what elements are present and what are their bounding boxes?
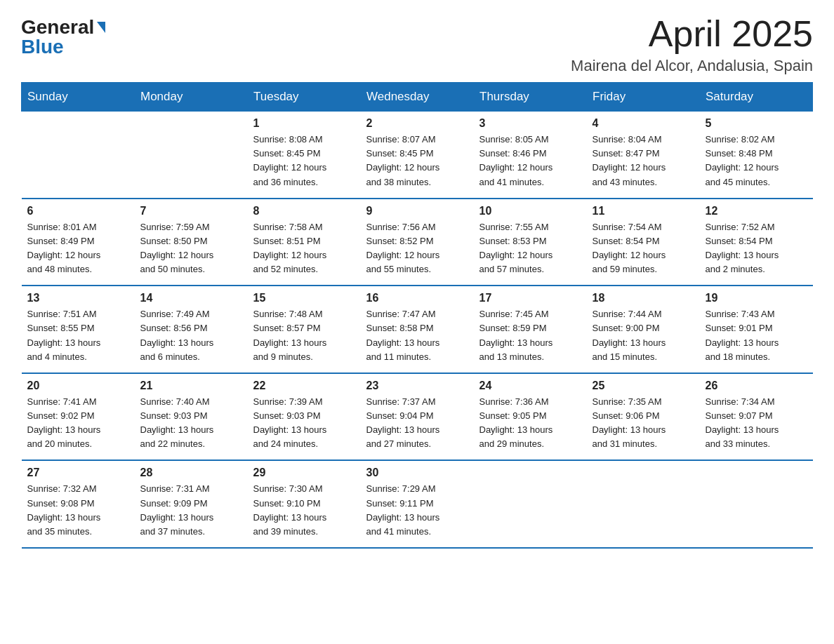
day-info: Sunrise: 7:31 AMSunset: 9:09 PMDaylight:…: [140, 482, 242, 539]
calendar-cell: 12Sunrise: 7:52 AMSunset: 8:54 PMDayligh…: [700, 199, 813, 286]
day-number: 14: [140, 292, 242, 304]
day-number: 1: [253, 117, 355, 130]
calendar-cell: 28Sunrise: 7:31 AMSunset: 9:09 PMDayligh…: [135, 460, 248, 548]
day-info: Sunrise: 7:51 AMSunset: 8:55 PMDaylight:…: [27, 307, 129, 364]
day-info: Sunrise: 7:56 AMSunset: 8:52 PMDaylight:…: [366, 220, 468, 277]
calendar-table: SundayMondayTuesdayWednesdayThursdayFrid…: [21, 82, 813, 549]
calendar-cell: 17Sunrise: 7:45 AMSunset: 8:59 PMDayligh…: [474, 286, 587, 373]
day-number: 5: [706, 117, 807, 130]
month-title: April 2025: [571, 14, 813, 54]
logo-arrow-icon: [97, 22, 105, 33]
day-info: Sunrise: 7:55 AMSunset: 8:53 PMDaylight:…: [479, 220, 581, 277]
day-number: 2: [366, 117, 468, 130]
logo-blue-text: Blue: [21, 37, 64, 57]
day-number: 26: [706, 380, 807, 392]
day-number: 17: [479, 292, 581, 304]
day-info: Sunrise: 7:35 AMSunset: 9:06 PMDaylight:…: [593, 395, 694, 452]
weekday-header: Saturday: [700, 83, 813, 112]
day-number: 6: [27, 205, 129, 217]
weekday-header: Tuesday: [248, 83, 361, 112]
weekday-header: Thursday: [474, 83, 587, 112]
weekday-header: Wednesday: [361, 83, 474, 112]
day-number: 16: [366, 292, 468, 304]
day-number: 24: [479, 380, 581, 392]
calendar-cell: 8Sunrise: 7:58 AMSunset: 8:51 PMDaylight…: [248, 199, 361, 286]
calendar-cell: 6Sunrise: 8:01 AMSunset: 8:49 PMDaylight…: [22, 199, 135, 286]
day-info: Sunrise: 8:01 AMSunset: 8:49 PMDaylight:…: [27, 220, 129, 277]
calendar-cell: 29Sunrise: 7:30 AMSunset: 9:10 PMDayligh…: [248, 460, 361, 548]
calendar-cell: 9Sunrise: 7:56 AMSunset: 8:52 PMDaylight…: [361, 199, 474, 286]
calendar-cell: 7Sunrise: 7:59 AMSunset: 8:50 PMDaylight…: [135, 199, 248, 286]
calendar-cell: 1Sunrise: 8:08 AMSunset: 8:45 PMDaylight…: [248, 112, 361, 199]
calendar-cell: 4Sunrise: 8:04 AMSunset: 8:47 PMDaylight…: [587, 112, 700, 199]
calendar-cell: [22, 112, 135, 199]
day-info: Sunrise: 8:08 AMSunset: 8:45 PMDaylight:…: [253, 133, 355, 189]
calendar-cell: [700, 460, 813, 548]
title-block: April 2025 Mairena del Alcor, Andalusia,…: [571, 14, 813, 75]
calendar-cell: 15Sunrise: 7:48 AMSunset: 8:57 PMDayligh…: [248, 286, 361, 373]
location-title: Mairena del Alcor, Andalusia, Spain: [571, 57, 813, 75]
calendar-cell: 30Sunrise: 7:29 AMSunset: 9:11 PMDayligh…: [361, 460, 474, 548]
day-info: Sunrise: 7:59 AMSunset: 8:50 PMDaylight:…: [140, 220, 242, 277]
calendar-week-row: 13Sunrise: 7:51 AMSunset: 8:55 PMDayligh…: [22, 286, 813, 373]
calendar-cell: [135, 112, 248, 199]
day-info: Sunrise: 7:30 AMSunset: 9:10 PMDaylight:…: [253, 482, 355, 539]
day-number: 8: [253, 205, 355, 217]
calendar-cell: 25Sunrise: 7:35 AMSunset: 9:06 PMDayligh…: [587, 373, 700, 461]
calendar-cell: 18Sunrise: 7:44 AMSunset: 9:00 PMDayligh…: [587, 286, 700, 373]
calendar-cell: 27Sunrise: 7:32 AMSunset: 9:08 PMDayligh…: [22, 460, 135, 548]
day-info: Sunrise: 8:02 AMSunset: 8:48 PMDaylight:…: [706, 133, 807, 189]
day-info: Sunrise: 7:37 AMSunset: 9:04 PMDaylight:…: [366, 395, 468, 452]
logo-general-text: General: [21, 18, 94, 37]
day-info: Sunrise: 7:44 AMSunset: 9:00 PMDaylight:…: [593, 307, 694, 364]
calendar-week-row: 27Sunrise: 7:32 AMSunset: 9:08 PMDayligh…: [22, 460, 813, 548]
calendar-cell: 22Sunrise: 7:39 AMSunset: 9:03 PMDayligh…: [248, 373, 361, 461]
day-info: Sunrise: 7:48 AMSunset: 8:57 PMDaylight:…: [253, 307, 355, 364]
calendar-cell: 3Sunrise: 8:05 AMSunset: 8:46 PMDaylight…: [474, 112, 587, 199]
day-info: Sunrise: 7:29 AMSunset: 9:11 PMDaylight:…: [366, 482, 468, 539]
day-number: 27: [27, 467, 129, 479]
calendar-cell: 26Sunrise: 7:34 AMSunset: 9:07 PMDayligh…: [700, 373, 813, 461]
calendar-week-row: 6Sunrise: 8:01 AMSunset: 8:49 PMDaylight…: [22, 199, 813, 286]
weekday-header: Friday: [587, 83, 700, 112]
day-info: Sunrise: 7:49 AMSunset: 8:56 PMDaylight:…: [140, 307, 242, 364]
calendar-cell: 10Sunrise: 7:55 AMSunset: 8:53 PMDayligh…: [474, 199, 587, 286]
day-number: 25: [593, 380, 694, 392]
day-info: Sunrise: 7:34 AMSunset: 9:07 PMDaylight:…: [706, 395, 807, 452]
day-info: Sunrise: 8:05 AMSunset: 8:46 PMDaylight:…: [479, 133, 581, 189]
day-number: 11: [593, 205, 694, 217]
calendar-cell: 2Sunrise: 8:07 AMSunset: 8:45 PMDaylight…: [361, 112, 474, 199]
calendar-cell: 13Sunrise: 7:51 AMSunset: 8:55 PMDayligh…: [22, 286, 135, 373]
day-number: 15: [253, 292, 355, 304]
calendar-cell: 19Sunrise: 7:43 AMSunset: 9:01 PMDayligh…: [700, 286, 813, 373]
calendar-cell: [587, 460, 700, 548]
day-info: Sunrise: 7:39 AMSunset: 9:03 PMDaylight:…: [253, 395, 355, 452]
calendar-cell: 16Sunrise: 7:47 AMSunset: 8:58 PMDayligh…: [361, 286, 474, 373]
day-info: Sunrise: 7:52 AMSunset: 8:54 PMDaylight:…: [706, 220, 807, 277]
day-info: Sunrise: 7:43 AMSunset: 9:01 PMDaylight:…: [706, 307, 807, 364]
day-number: 23: [366, 380, 468, 392]
calendar-cell: 21Sunrise: 7:40 AMSunset: 9:03 PMDayligh…: [135, 373, 248, 461]
calendar-cell: 20Sunrise: 7:41 AMSunset: 9:02 PMDayligh…: [22, 373, 135, 461]
day-info: Sunrise: 8:07 AMSunset: 8:45 PMDaylight:…: [366, 133, 468, 189]
day-number: 9: [366, 205, 468, 217]
calendar-body: 1Sunrise: 8:08 AMSunset: 8:45 PMDaylight…: [22, 112, 813, 548]
day-number: 28: [140, 467, 242, 479]
calendar-week-row: 1Sunrise: 8:08 AMSunset: 8:45 PMDaylight…: [22, 112, 813, 199]
day-number: 20: [27, 380, 129, 392]
logo: General Blue: [21, 14, 105, 57]
calendar-header: SundayMondayTuesdayWednesdayThursdayFrid…: [22, 83, 813, 112]
day-info: Sunrise: 7:36 AMSunset: 9:05 PMDaylight:…: [479, 395, 581, 452]
day-info: Sunrise: 7:58 AMSunset: 8:51 PMDaylight:…: [253, 220, 355, 277]
day-number: 18: [593, 292, 694, 304]
day-number: 13: [27, 292, 129, 304]
day-info: Sunrise: 7:32 AMSunset: 9:08 PMDaylight:…: [27, 482, 129, 539]
day-info: Sunrise: 7:54 AMSunset: 8:54 PMDaylight:…: [593, 220, 694, 277]
day-number: 12: [706, 205, 807, 217]
day-info: Sunrise: 7:41 AMSunset: 9:02 PMDaylight:…: [27, 395, 129, 452]
day-number: 10: [479, 205, 581, 217]
day-number: 30: [366, 467, 468, 479]
day-info: Sunrise: 8:04 AMSunset: 8:47 PMDaylight:…: [593, 133, 694, 189]
day-number: 29: [253, 467, 355, 479]
day-number: 19: [706, 292, 807, 304]
